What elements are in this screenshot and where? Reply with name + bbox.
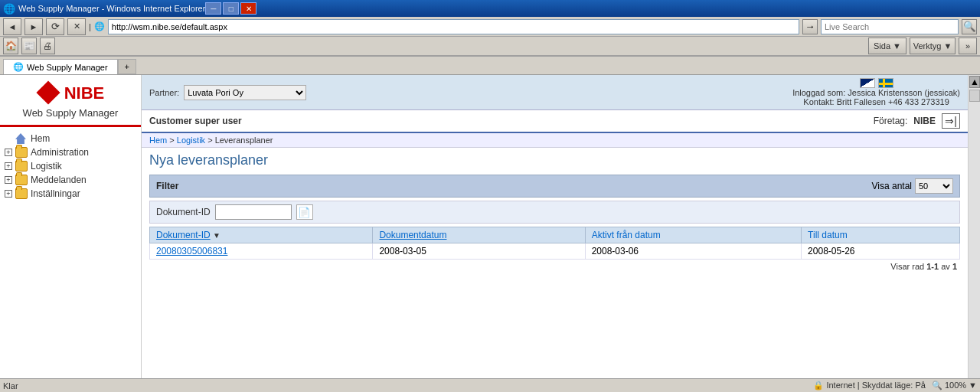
maximize-button[interactable]: □ <box>223 2 239 15</box>
main-container: NIBE Web Supply Manager Hem + Administra… <box>0 75 980 392</box>
home-icon <box>15 133 26 144</box>
new-tab-button[interactable]: + <box>118 59 136 74</box>
ie-toolbar: 🏠 📰 🖨 Sida ▼ Verktyg ▼ » <box>0 37 980 57</box>
expand-icon-administration[interactable]: + <box>5 149 12 156</box>
flag-gb[interactable] <box>860 78 875 88</box>
sidebar-item-logistik[interactable]: + Logistik <box>3 159 138 173</box>
back-button[interactable]: ◄ <box>3 18 21 35</box>
expand-icon-logistik[interactable]: + <box>5 162 12 170</box>
tools-button[interactable]: Verktyg ▼ <box>910 38 956 54</box>
flag-se[interactable] <box>878 78 893 88</box>
cell-aktivt-fran-datum: 2008-03-06 <box>585 243 801 260</box>
expand-icon-installningar[interactable]: + <box>5 190 12 198</box>
folder-icon-administration <box>15 147 28 158</box>
sidebar-item-label-installningar: Inställningar <box>31 188 80 199</box>
forward-button[interactable]: ► <box>24 18 43 35</box>
col-header-till-datum: Till datum <box>802 227 960 243</box>
window-controls[interactable]: ─ □ ✕ <box>205 2 256 15</box>
company-arrow-button[interactable]: ⇒| <box>942 113 960 129</box>
partner-section: Partner: Luvata Pori Oy <box>149 85 306 100</box>
minimize-button[interactable]: ─ <box>205 2 221 15</box>
visa-antal-section: Visa antal 50 10 25 100 <box>872 178 953 194</box>
partner-select[interactable]: Luvata Pori Oy <box>184 85 306 100</box>
doc-filter-search-button[interactable]: 📄 <box>296 204 313 220</box>
col-label-aktivt-fran: Aktivt från datum <box>592 230 661 240</box>
paging-info: Visar rad 1-1 av 1 <box>149 260 960 273</box>
search-doc-icon: 📄 <box>298 207 311 218</box>
title-bar-text: Web Supply Manager - Windows Internet Ex… <box>18 4 205 13</box>
page-button[interactable]: Sida ▼ <box>868 38 906 54</box>
scroll-up-button[interactable]: ▲ <box>969 76 980 88</box>
address-icon: 🌐 <box>94 21 105 31</box>
sidebar-item-administration[interactable]: + Administration <box>3 145 138 159</box>
col-header-dokumentdatum[interactable]: Dokumentdatum <box>373 227 585 243</box>
breadcrumb-current: Leveransplaner <box>215 136 273 145</box>
close-button[interactable]: ✕ <box>240 2 256 15</box>
doc-filter-row: Dokument-ID 📄 <box>149 201 960 224</box>
sidebar-item-hem[interactable]: Hem <box>3 132 138 145</box>
company-value: NIBE <box>913 116 936 126</box>
sidebar-item-meddelanden[interactable]: + Meddelanden <box>3 173 138 187</box>
home-toolbar-button[interactable]: 🏠 <box>3 38 18 54</box>
col-header-aktivt-fran-datum: Aktivt från datum <box>585 227 801 243</box>
status-text: Klar <box>3 381 18 390</box>
nibe-logo: NIBE <box>37 81 105 106</box>
breadcrumb-logistik[interactable]: Logistik <box>177 136 205 145</box>
page-content: Nya leveransplaner Filter Visa antal 50 … <box>142 148 968 392</box>
nibe-logo-icon <box>37 81 61 106</box>
scroll-thumb[interactable] <box>969 90 980 102</box>
doc-filter-label: Dokument-ID <box>156 207 211 217</box>
stop-button[interactable]: ✕ <box>67 18 86 35</box>
live-search-input[interactable] <box>821 19 959 34</box>
status-bar: Klar 🔒 Internet | Skyddat läge: På 🔍 100… <box>0 378 980 392</box>
col-label-till-datum: Till datum <box>808 230 848 240</box>
cell-dokument-id: 20080305006831 <box>150 243 373 260</box>
logged-in-text: Inloggad som: Jessica Kristensson (jessi… <box>792 88 960 97</box>
expand-icon-meddelanden[interactable]: + <box>5 176 12 184</box>
breadcrumb-sep1: > <box>169 136 176 145</box>
user-role-bar: Customer super user Företag: NIBE ⇒| <box>142 110 968 133</box>
flag-icons <box>792 78 960 88</box>
tab-bar: 🌐 Web Supply Manager + <box>0 57 980 75</box>
sort-dokumentdatum[interactable]: Dokumentdatum <box>379 230 446 240</box>
browser-icon: 🌐 <box>3 3 15 15</box>
sidebar-item-label-administration: Administration <box>31 147 89 158</box>
cell-till-datum: 2008-05-26 <box>802 243 960 260</box>
tab-favicon: 🌐 <box>13 62 24 72</box>
nav-tree: Hem + Administration + Logistik + Meddel… <box>0 127 141 392</box>
col-header-dokument-id[interactable]: Dokument-ID ▼ <box>150 227 373 243</box>
sidebar: NIBE Web Supply Manager Hem + Administra… <box>0 75 142 392</box>
address-bar: ◄ ► ⟳ ✕ | 🌐 → 🔍 <box>0 17 980 37</box>
scroll-rail[interactable]: ▲ <box>968 75 980 392</box>
dokument-id-link[interactable]: 20080305006831 <box>156 246 227 256</box>
doc-filter-input[interactable] <box>215 204 292 220</box>
sidebar-item-installningar[interactable]: + Inställningar <box>3 187 138 201</box>
double-arrow-button[interactable]: » <box>959 38 977 54</box>
refresh-button[interactable]: ⟳ <box>46 18 64 35</box>
folder-icon-meddelanden <box>15 175 28 185</box>
search-button[interactable]: 🔍 <box>962 19 977 34</box>
visa-antal-label: Visa antal <box>872 181 912 191</box>
user-role-label: Customer super user <box>149 116 242 126</box>
visa-antal-select[interactable]: 50 10 25 100 <box>915 178 953 194</box>
sort-dokument-id[interactable]: Dokument-ID <box>156 230 211 240</box>
sort-arrow-down: ▼ <box>213 231 220 240</box>
security-indicator: 🔒 Internet | Skyddat läge: På <box>813 381 926 390</box>
feeds-button[interactable]: 📰 <box>21 38 37 54</box>
print-button[interactable]: 🖨 <box>40 38 55 54</box>
user-info: Inloggad som: Jessica Kristensson (jessi… <box>792 78 960 106</box>
title-bar: 🌐 Web Supply Manager - Windows Internet … <box>0 0 980 17</box>
breadcrumb-hem[interactable]: Hem <box>149 136 167 145</box>
paging-total: 1 <box>952 262 957 271</box>
breadcrumb-sep2: > <box>207 136 214 145</box>
new-tab-icon: + <box>125 62 129 71</box>
browser-tab[interactable]: 🌐 Web Supply Manager <box>3 59 118 74</box>
sidebar-item-label-meddelanden: Meddelanden <box>31 175 87 185</box>
zoom-level: 🔍 100% ▼ <box>932 381 977 390</box>
contact-text: Kontakt: Britt Fallesen +46 433 273319 <box>792 97 960 106</box>
sidebar-item-label-logistik: Logistik <box>31 161 62 172</box>
company-section: Företag: NIBE ⇒| <box>874 113 960 129</box>
go-button[interactable]: → <box>802 19 818 34</box>
partner-label: Partner: <box>149 88 179 97</box>
address-input[interactable] <box>108 19 799 34</box>
